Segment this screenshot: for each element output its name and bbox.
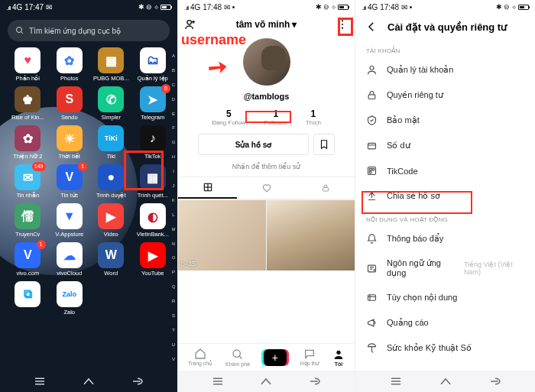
edit-profile-button[interactable]: Sửa hồ sơ — [198, 134, 309, 155]
avatar[interactable] — [243, 38, 290, 86]
tab-private[interactable] — [296, 177, 355, 199]
index-I[interactable]: I — [170, 169, 177, 173]
index-M[interactable]: M — [170, 227, 177, 232]
more-menu-icon[interactable] — [336, 18, 349, 31]
stat-item[interactable]: 5Đang Follow — [212, 109, 245, 126]
index-D[interactable]: D — [170, 97, 177, 102]
bottom-tab-label: Tôi — [335, 361, 343, 367]
app-app[interactable]: ⧉ — [8, 281, 48, 316]
app-rise-of-kin-[interactable]: ♚Rise of Kin... — [8, 86, 48, 121]
username-handle[interactable]: @tamblogs — [242, 91, 292, 102]
settings-item-th-ng-b-o-y[interactable]: Thông báo đẩy — [355, 226, 535, 251]
app-v-appstore[interactable]: ▼V-Appstore — [50, 203, 90, 238]
lock-icon — [321, 183, 330, 193]
settings-item-chia-s-h-s-[interactable]: Chia sẻ hồ sơ — [355, 183, 535, 209]
index-A[interactable]: A — [170, 53, 177, 58]
app-icon: ♚ — [15, 86, 41, 112]
index-Q[interactable]: Q — [170, 284, 177, 289]
app-icon: TiKi — [98, 125, 124, 151]
settings-item-quy-n-ri-ng-t-[interactable]: Quyền riêng tư — [355, 83, 535, 108]
back-icon[interactable] — [488, 374, 502, 388]
index-G[interactable]: G — [170, 140, 177, 144]
item-icon — [366, 64, 378, 76]
app-ph-n-h-i[interactable]: ♥Phản hồi — [8, 47, 48, 82]
settings-item-b-o-m-t[interactable]: Bảo mật — [355, 108, 535, 133]
stat-item[interactable]: 1Follower — [264, 109, 287, 126]
home-icon[interactable] — [259, 374, 273, 388]
home-icon[interactable] — [82, 374, 96, 388]
back-icon[interactable] — [131, 374, 144, 388]
app-zalo[interactable]: ZaloZalo — [50, 281, 90, 316]
index-N[interactable]: N — [170, 241, 177, 246]
index-F[interactable]: F — [170, 125, 177, 130]
home-icon[interactable] — [439, 374, 452, 388]
create-button[interactable]: + — [264, 349, 287, 366]
app-vivo-com[interactable]: Vvivo.com1 — [8, 242, 48, 277]
app-tiktok[interactable]: ♪TikTok — [133, 125, 173, 160]
video-thumb[interactable] — [267, 200, 355, 271]
tab-grid[interactable] — [178, 177, 237, 199]
recent-apps-icon[interactable] — [211, 374, 225, 388]
app-tin-t-c[interactable]: VTin tức1 — [50, 164, 90, 199]
settings-item-qu-ng-c-o[interactable]: Quảng cáo — [355, 310, 535, 335]
app-tr-nh-qu-t-[interactable]: ▦Trình quét... — [133, 164, 173, 199]
index-L[interactable]: L — [170, 212, 177, 217]
bottom-tab-Trang chủ[interactable]: Trang chủ — [188, 348, 212, 367]
index-E[interactable]: E — [170, 112, 177, 116]
app-search-input[interactable]: Tìm kiếm ứng dụng cục bộ — [8, 20, 170, 41]
app-th-i-ti-t[interactable]: ☀Thời tiết — [50, 125, 90, 160]
app-vietinbank-[interactable]: ◐VietinBank... — [133, 203, 173, 238]
app-icon: ▦ — [98, 47, 124, 73]
settings-item-t-y-ch-n-n-i-dung[interactable]: Tùy chọn nội dung — [355, 285, 535, 310]
recent-apps-icon[interactable] — [389, 374, 403, 388]
index-H[interactable]: H — [170, 154, 177, 159]
back-arrow-icon[interactable] — [365, 20, 378, 34]
status-bar: ..ıll 4G 17:48 ✉ • ✱ ⊖ ⟐ — [178, 0, 355, 14]
settings-item-ng-n-ng-ng-d-ng[interactable]: Ngôn ngữ ứng dụngTiếng Việt (Việt Nam) — [355, 251, 535, 285]
add-friend-icon[interactable] — [184, 18, 196, 31]
index-C[interactable]: C — [170, 83, 177, 87]
index-O[interactable]: O — [170, 255, 177, 260]
app-video[interactable]: ▶Video — [91, 203, 131, 238]
app-icon: ● — [98, 164, 124, 190]
settings-item-qu-n-l-t-i-kho-n[interactable]: Quản lý tài khoản — [355, 57, 535, 83]
settings-item-tikcode[interactable]: TikCode — [355, 158, 535, 183]
bottom-tab-Khám phá[interactable]: Khám phá — [225, 348, 250, 367]
app-simpler[interactable]: ✆Simpler — [91, 86, 131, 121]
profile-title[interactable]: tâm võ minh ▾ — [236, 19, 297, 30]
tab-liked[interactable] — [237, 177, 296, 199]
app-sendo[interactable]: SSendo — [50, 86, 90, 121]
stat-item[interactable]: 1Thích — [306, 109, 321, 126]
index-P[interactable]: P — [170, 270, 177, 274]
app-truyencv[interactable]: 儒TruyenCv — [8, 203, 48, 238]
svg-point-5 — [187, 21, 191, 24]
app-label: Tin tức — [60, 192, 78, 199]
app-telegram[interactable]: ➤Telegram8 — [133, 86, 173, 121]
back-icon[interactable] — [308, 374, 322, 388]
app-vivocloud[interactable]: ☁vivoCloud — [50, 242, 90, 277]
index-B[interactable]: B — [170, 68, 177, 73]
recent-apps-icon[interactable] — [33, 374, 47, 388]
app-word[interactable]: WWord — [91, 242, 131, 277]
index-J[interactable]: J — [170, 183, 177, 188]
settings-item-s-c-kh-e-k-thu-t-s-[interactable]: Sức khỏe Kỹ thuật Số — [355, 335, 535, 361]
bookmark-button[interactable] — [313, 134, 335, 155]
settings-item-s-d-[interactable]: Số dư — [355, 133, 535, 158]
alphabet-index[interactable]: ABCDEFGHIJKLMNOPQRSTUV — [170, 53, 177, 361]
bottom-tab-Tôi[interactable]: Tôi — [332, 348, 345, 367]
app-qu-n-l-t-p[interactable]: 🗂Quản lý tệp — [133, 47, 173, 82]
app-pubg-mob-[interactable]: ▦PUBG MOB... — [91, 47, 131, 82]
app-youtube[interactable]: ▶YouTube — [133, 242, 173, 277]
item-label: Số dư — [387, 141, 410, 151]
bio-hint[interactable]: Nhấn để thêm tiểu sử — [178, 163, 355, 170]
app-tr-nh-duy-t[interactable]: ●Trình duyệt — [91, 164, 131, 199]
app-tin-nh-n[interactable]: ✉Tin nhắn149 — [8, 164, 48, 199]
app-icon: ▦ — [140, 164, 166, 190]
app-thi-n-n-2[interactable]: ✿Thiện Nữ 2 — [8, 125, 48, 160]
app-tiki[interactable]: TiKiTiki — [91, 125, 131, 160]
index-R[interactable]: R — [170, 299, 177, 303]
bottom-tab-Hộp thư[interactable]: Hộp thư — [300, 348, 319, 367]
index-K[interactable]: K — [170, 198, 177, 202]
app-photos[interactable]: ✿Photos — [50, 47, 90, 82]
video-thumb[interactable]: ▷ 35 — [178, 200, 266, 271]
